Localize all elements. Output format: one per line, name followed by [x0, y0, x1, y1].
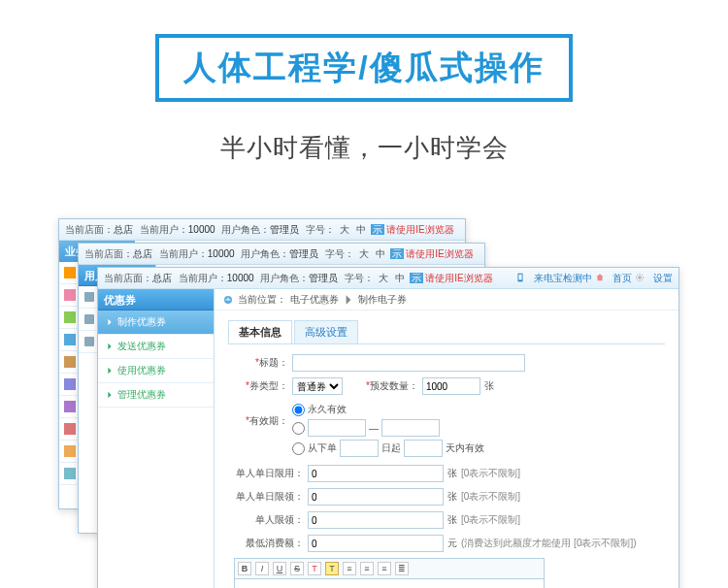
toolbar: 当前店面：总店 当前用户：10000 用户角色：管理员 字号： 大 中 示 请使… — [98, 268, 678, 289]
fontsize-large[interactable]: 大 — [377, 272, 390, 285]
module-icon — [64, 445, 76, 457]
coupon-nav-item[interactable]: 制作优惠券 — [98, 310, 214, 335]
editor-toolbar: B I U S T T ≡ ≡ ≡ ≣ — [234, 558, 545, 579]
coupon-nav-item[interactable]: 使用优惠券 — [98, 359, 214, 383]
underline-button[interactable]: U — [273, 562, 286, 575]
hero-subtitle: 半小时看懂，一小时学会 — [0, 131, 728, 165]
svg-rect-12 — [84, 337, 94, 346]
svg-rect-5 — [64, 378, 76, 390]
fontsize-large[interactable]: 大 — [357, 247, 371, 261]
svg-rect-4 — [64, 356, 76, 368]
svg-rect-10 — [84, 292, 94, 302]
chevron-right-icon — [106, 343, 114, 350]
home-link[interactable]: 首页 — [612, 273, 632, 283]
fontsize-small[interactable]: 示 — [410, 273, 423, 283]
fontsize-medium[interactable]: 中 — [374, 247, 387, 261]
range-end-input[interactable] — [381, 419, 440, 437]
expire-label: 有效期： — [249, 415, 288, 426]
fontsize-small[interactable]: 示 — [390, 248, 404, 259]
item-icon — [84, 292, 94, 302]
from-days-input[interactable] — [340, 440, 379, 457]
day-limit-label: 单人单日限用： — [234, 467, 304, 480]
item-icon — [84, 337, 94, 346]
gear-icon — [635, 273, 645, 282]
day-limit-input[interactable] — [308, 465, 444, 482]
strike-button[interactable]: S — [290, 562, 304, 575]
module-icon — [64, 289, 76, 301]
module-icon — [64, 468, 76, 479]
qty-input[interactable] — [422, 377, 480, 395]
svg-rect-8 — [64, 445, 76, 457]
fontsize-small[interactable]: 示 — [371, 224, 384, 235]
coupon-nav-label: 使用优惠券 — [117, 364, 166, 377]
min-spend-label: 最低消费额： — [234, 537, 304, 550]
qty-label: 预发数量： — [370, 380, 418, 391]
title-label: 标题： — [259, 357, 288, 368]
coupon-nav-item[interactable]: 管理优惠券 — [98, 383, 214, 408]
editor-textarea[interactable] — [234, 579, 545, 588]
tab-basic[interactable]: 基本信息 — [228, 320, 292, 343]
expire-forever-radio[interactable] — [292, 404, 305, 416]
total-limit-label: 单人单日限领： — [234, 490, 304, 504]
item-icon — [84, 314, 94, 324]
svg-point-13 — [639, 277, 642, 279]
module-icon — [64, 356, 76, 368]
recv-limit-input[interactable] — [308, 511, 444, 529]
svg-rect-1 — [64, 289, 76, 301]
window-front: 当前店面：总店 当前用户：10000 用户角色：管理员 字号： 大 中 示 请使… — [97, 267, 679, 588]
bold-button[interactable]: B — [238, 562, 251, 575]
range-start-input[interactable] — [308, 419, 366, 437]
italic-button[interactable]: I — [255, 562, 269, 575]
coupon-panel-header: 优惠券 — [98, 289, 214, 310]
hero-title: 人体工程学/傻瓜式操作 — [183, 46, 544, 90]
recv-limit-label: 单人限领： — [234, 513, 304, 527]
coupon-nav-label: 发送优惠券 — [117, 340, 166, 353]
module-icon — [64, 401, 76, 412]
svg-rect-9 — [64, 468, 76, 479]
svg-rect-7 — [64, 423, 76, 435]
svg-rect-11 — [84, 314, 94, 324]
svg-rect-3 — [64, 334, 76, 345]
module-icon — [64, 334, 76, 345]
toolbar: 当前店面：总店 当前用户：10000 用户角色：管理员 字号： 大 中 示 请使… — [59, 219, 465, 241]
chevron-right-icon — [106, 391, 114, 399]
chevron-right-icon — [106, 367, 114, 375]
expire-range-radio[interactable] — [292, 422, 305, 435]
min-spend-input[interactable] — [308, 535, 444, 552]
svg-rect-6 — [64, 401, 76, 412]
fontsize-medium[interactable]: 中 — [354, 223, 368, 237]
tab-advanced[interactable]: 高级设置 — [294, 320, 358, 343]
home-icon — [595, 273, 605, 282]
title-input[interactable] — [292, 354, 525, 372]
fontsize-medium[interactable]: 中 — [393, 272, 407, 285]
align-center-button[interactable]: ≡ — [360, 562, 374, 575]
module-icon — [64, 267, 76, 278]
fontsize-large[interactable]: 大 — [338, 223, 351, 237]
chevron-right-icon — [106, 318, 114, 326]
location-icon — [222, 294, 234, 306]
valid-days-input[interactable] — [404, 440, 443, 457]
align-right-button[interactable]: ≡ — [378, 562, 391, 575]
list-button[interactable]: ≣ — [395, 562, 409, 575]
module-icon — [64, 378, 76, 390]
align-left-button[interactable]: ≡ — [343, 562, 356, 575]
hero-title-box: 人体工程学/傻瓜式操作 — [155, 34, 572, 102]
type-label: 券类型： — [249, 380, 288, 391]
bgcolor-button[interactable]: T — [325, 562, 339, 575]
total-limit-input[interactable] — [308, 488, 444, 506]
color-button[interactable]: T — [308, 562, 321, 575]
chevron-right-icon — [343, 294, 354, 306]
module-icon — [64, 423, 76, 435]
svg-rect-2 — [64, 311, 76, 323]
coupon-nav-item[interactable]: 发送优惠券 — [98, 335, 214, 359]
toolbar: 当前店面：总店 当前用户：10000 用户角色：管理员 字号： 大 中 示 请使… — [79, 244, 484, 265]
breadcrumb: 当前位置： 电子优惠券 制作电子券 — [215, 289, 678, 310]
type-select[interactable]: 普通券 — [292, 377, 343, 395]
svg-rect-0 — [64, 267, 76, 278]
coupon-nav-label: 制作优惠券 — [117, 315, 166, 329]
expire-from-radio[interactable] — [292, 442, 305, 455]
phone-icon — [515, 273, 525, 282]
settings-link[interactable]: 设置 — [653, 273, 673, 283]
phone-detect[interactable]: 来电宝检测中 — [534, 273, 592, 283]
module-icon — [64, 311, 76, 323]
